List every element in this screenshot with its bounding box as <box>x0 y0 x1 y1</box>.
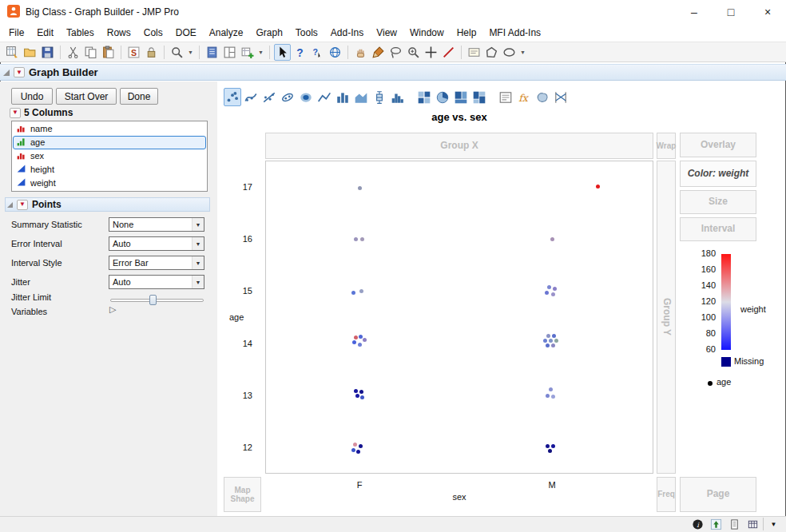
element-line-of-fit-icon[interactable] <box>260 88 278 106</box>
menu-doe[interactable]: DOE <box>169 26 203 40</box>
page-drop-zone[interactable]: Page <box>680 477 756 512</box>
column-item-weight[interactable]: weight <box>13 176 206 189</box>
interval-style-select[interactable]: Error Bar ▼ <box>109 256 204 270</box>
summary-statistic-select[interactable]: None ▼ <box>109 217 204 232</box>
undo-button[interactable]: Undo <box>11 88 53 105</box>
whats-this-icon[interactable]: ? <box>309 44 326 61</box>
add-data-icon[interactable] <box>239 44 256 61</box>
wrap-drop-zone[interactable]: Wrap <box>657 133 676 159</box>
open-icon[interactable] <box>22 44 38 61</box>
data-point[interactable] <box>351 291 355 295</box>
element-parallel-icon[interactable] <box>552 88 570 106</box>
oval-tool-icon[interactable] <box>501 44 518 61</box>
data-point[interactable] <box>359 390 363 394</box>
data-point[interactable] <box>358 186 362 190</box>
points-red-triangle-icon[interactable]: ▼ <box>17 200 28 210</box>
data-point[interactable] <box>551 292 555 296</box>
data-point[interactable] <box>554 339 558 343</box>
data-point[interactable] <box>551 444 555 448</box>
data-point[interactable] <box>551 395 555 399</box>
data-point[interactable] <box>354 335 358 339</box>
arrow-up-icon[interactable] <box>709 518 722 530</box>
toolbar-overflow-caret-icon[interactable]: ▼ <box>186 50 195 55</box>
crosshair-icon[interactable] <box>423 44 439 61</box>
data-point[interactable] <box>353 443 357 447</box>
group-y-drop-zone[interactable]: Group Y <box>657 161 676 474</box>
data-point[interactable] <box>546 394 550 398</box>
toolbar-overflow-caret-icon[interactable]: ▼ <box>256 50 265 55</box>
data-point[interactable] <box>553 287 557 291</box>
menu-window[interactable]: Window <box>403 26 451 40</box>
element-mosaic-icon[interactable] <box>470 88 488 106</box>
menu-mfi-add-ins[interactable]: MFI Add-Ins <box>482 26 547 40</box>
data-point[interactable] <box>359 444 363 448</box>
color-gradient-legend[interactable] <box>721 254 731 350</box>
internet-icon[interactable] <box>327 44 343 61</box>
data-point[interactable] <box>352 340 356 344</box>
data-point[interactable] <box>543 339 547 343</box>
data-point[interactable] <box>358 343 362 347</box>
data-point[interactable] <box>547 285 551 289</box>
data-point[interactable] <box>354 237 358 241</box>
lock-icon[interactable] <box>143 44 160 61</box>
lasso-icon[interactable] <box>387 44 404 61</box>
jitter-limit-slider-thumb[interactable] <box>149 295 157 305</box>
plot-area[interactable] <box>265 161 653 474</box>
menu-file[interactable]: File <box>2 26 30 40</box>
maximize-button[interactable]: □ <box>713 0 749 24</box>
element-line-icon[interactable] <box>316 88 333 106</box>
menu-tables[interactable]: Tables <box>60 26 101 40</box>
caption-tool-icon[interactable] <box>466 44 482 61</box>
menu-graph[interactable]: Graph <box>249 26 288 40</box>
done-button[interactable]: Done <box>120 88 158 105</box>
element-contour-icon[interactable] <box>297 88 315 106</box>
data-point[interactable] <box>360 237 364 241</box>
data-point[interactable] <box>552 334 556 338</box>
element-smoother-icon[interactable] <box>242 88 260 106</box>
polygon-tool-icon[interactable] <box>483 44 500 61</box>
start-over-button[interactable]: Start Over <box>56 88 117 105</box>
data-point[interactable] <box>363 338 367 342</box>
columns-red-triangle-icon[interactable]: ▼ <box>10 108 21 118</box>
data-point[interactable] <box>355 394 359 398</box>
element-caption-box-icon[interactable] <box>497 88 514 106</box>
data-point[interactable] <box>546 343 550 347</box>
data-point[interactable] <box>360 395 364 399</box>
element-treemap-icon[interactable] <box>452 88 470 106</box>
data-point[interactable] <box>546 444 550 448</box>
interval-drop-zone[interactable]: Interval <box>680 217 756 241</box>
help-icon[interactable]: ? <box>292 44 308 61</box>
menu-add-ins[interactable]: Add-Ins <box>324 26 370 40</box>
collapse-triangle-icon[interactable] <box>3 69 10 76</box>
freq-drop-zone[interactable]: Freq <box>657 477 676 512</box>
overlay-drop-zone[interactable]: Overlay <box>680 133 756 157</box>
element-area-icon[interactable] <box>352 88 370 106</box>
data-point[interactable] <box>549 339 553 343</box>
close-button[interactable]: × <box>749 0 786 24</box>
element-bar-icon[interactable] <box>334 88 351 106</box>
minimize-button[interactable]: – <box>676 0 713 24</box>
size-drop-zone[interactable]: Size <box>680 190 756 214</box>
menu-rows[interactable]: Rows <box>101 26 137 40</box>
document-icon[interactable] <box>728 518 740 530</box>
data-point[interactable] <box>549 387 553 391</box>
column-item-name[interactable]: name <box>13 122 206 136</box>
annotate-line-icon[interactable] <box>440 44 457 61</box>
element-ellipse-icon[interactable] <box>279 88 296 106</box>
magnifier-icon[interactable] <box>405 44 422 61</box>
column-item-sex[interactable]: sex <box>13 149 206 163</box>
menu-cols[interactable]: Cols <box>137 26 169 40</box>
new-data-table-icon[interactable] <box>4 44 21 61</box>
cut-icon[interactable] <box>65 44 81 61</box>
menu-edit[interactable]: Edit <box>30 26 60 40</box>
group-x-drop-zone[interactable]: Group X <box>265 133 653 159</box>
data-point[interactable] <box>545 291 549 295</box>
data-point[interactable] <box>359 335 363 339</box>
data-point[interactable] <box>351 448 355 452</box>
paste-icon[interactable] <box>100 44 117 61</box>
grabber-icon[interactable] <box>352 44 369 61</box>
data-point[interactable] <box>359 289 363 293</box>
menu-help[interactable]: Help <box>451 26 483 40</box>
statusbar-dropdown[interactable]: ▼ <box>763 518 784 530</box>
data-point[interactable] <box>550 237 554 241</box>
